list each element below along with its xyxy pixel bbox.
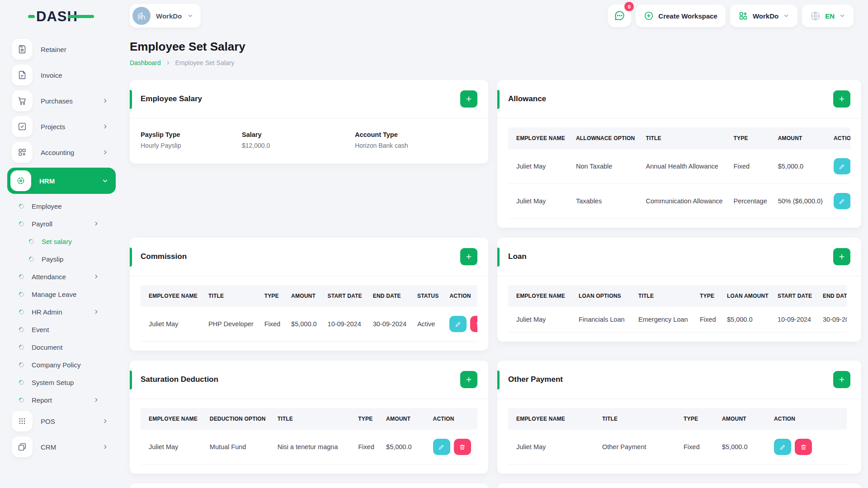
sidebar-item-invoice[interactable]: Invoice [12,65,115,85]
delete-button[interactable] [795,439,812,455]
add-saturation-deduction-button[interactable] [460,371,477,388]
sidebar-item-set-salary[interactable]: Set salary [29,235,109,248]
sidebar-item-payroll[interactable]: Payroll [19,217,109,230]
trash-icon [459,444,466,450]
sidebar-item-purchases[interactable]: Purchases [12,90,115,111]
delete-button[interactable] [470,316,477,332]
sidebar-item-projects[interactable]: Projects [12,116,115,137]
chevron-right-icon [102,444,108,450]
sidebar-item-hr-admin[interactable]: HR Admin [19,305,109,319]
sidebar-item-pos[interactable]: POS [12,411,115,432]
sidebar-item-company-policy[interactable]: Company Policy [19,358,109,371]
bullet-icon [18,396,25,404]
card-employee-salary: Employee Salary Payslip Type Hourly Pays… [130,80,488,164]
chevron-right-icon [102,418,108,424]
chevron-down-icon [187,13,193,19]
employee-salary-fields: Payslip Type Hourly Payslip Salary $12,0… [130,118,488,164]
add-loan-button[interactable] [833,248,850,265]
hrm-icon [10,170,31,191]
main-content: Employee Set Salary Dashboard Employee S… [130,40,861,488]
commission-table: Employee Name Title Type Amount Start Da… [141,285,477,342]
globe-icon [810,11,821,21]
bullet-icon [28,255,35,263]
workspace-switcher[interactable]: WorkDo [130,4,201,28]
invoice-icon [12,65,33,85]
field-payslip-type: Payslip Type Hourly Payslip [141,131,242,149]
card-allowance-header: Allowance [497,80,861,118]
table-header-row: Employee Name Deduction Option Title Typ… [141,408,477,430]
card-overtime: Overtime [130,483,488,488]
chevron-right-icon [93,309,99,315]
language-selector[interactable]: EN [802,5,854,27]
edit-button[interactable] [834,193,850,209]
plus-icon [465,95,472,103]
plus-icon [838,376,845,383]
sidebar-item-attendance[interactable]: Attendance [19,270,109,283]
chevron-right-icon [93,397,99,403]
messages-badge: 0 [624,2,634,11]
sidebar-item-hrm[interactable]: HRM [7,168,116,194]
card-saturation-deduction: Saturation Deduction Employee Name Deduc… [130,361,488,474]
bullet-icon [18,361,25,368]
table-header-row: Employee Name Loan Options Title Type Lo… [508,285,847,307]
card-other-payment: Other Payment Employee Name Title Type A… [497,361,861,474]
pencil-icon [455,321,462,328]
add-other-payment-button[interactable] [833,371,850,388]
card-employee-salary-header: Employee Salary [130,80,488,118]
logo-dash-icon [28,15,35,18]
edit-button[interactable] [433,439,450,455]
card-overtime-header: Overtime [130,483,488,488]
card-saturation-deduction-header: Saturation Deduction [130,361,488,399]
field-salary: Salary $12,000.0 [242,131,355,149]
sidebar-item-retainer[interactable]: Retainer [12,39,115,60]
pencil-icon [839,198,845,205]
field-account-type: Account Type Horizon Bank cash [355,131,477,149]
add-employee-salary-button[interactable] [460,90,477,108]
add-allowance-button[interactable] [833,90,850,108]
table-header-row: Employee Name Title Type Amount Start Da… [141,285,477,307]
grid-plus-icon [738,11,748,21]
sidebar-item-manage-leave[interactable]: Manage Leave [19,287,109,301]
chevron-right-icon [93,221,99,227]
sidebar-item-employee[interactable]: Employee [19,199,109,213]
chat-icon [613,10,625,22]
create-workspace-label: Create Workspace [658,12,717,20]
workspace-name: WorkDo [156,12,182,20]
pencil-icon [779,444,786,450]
loan-table: Employee Name Loan Options Title Type Lo… [508,285,847,333]
allowance-table: Employee Name Allownace Option Title Typ… [508,127,850,219]
sidebar-item-crm[interactable]: CRM [12,436,115,457]
sidebar-item-payslip[interactable]: Payslip [29,252,109,266]
workdo-menu-button[interactable]: WorkDo [730,5,797,27]
table-row: Juliet May PHP Developer Fixed $5,000.0 … [141,307,477,342]
edit-button[interactable] [834,158,850,174]
sidebar-item-event[interactable]: Event [19,323,109,336]
edit-button[interactable] [774,439,791,455]
sidebar-item-report[interactable]: Report [19,393,109,407]
card-company-contribution: Company Contribution [497,483,861,488]
trash-icon [800,444,807,450]
edit-button[interactable] [449,316,467,332]
add-commission-button[interactable] [460,248,477,265]
card-other-payment-header: Other Payment [497,361,861,399]
topbar-actions: 0 Create Workspace WorkDo EN [608,5,854,27]
chevron-right-icon [93,273,99,280]
delete-button[interactable] [454,439,471,455]
cart-icon [12,90,33,111]
messages-button[interactable]: 0 [608,5,631,27]
bullet-icon [18,220,25,227]
breadcrumb-dashboard-link[interactable]: Dashboard [130,59,161,66]
chevron-right-icon [102,123,108,130]
trash-icon [476,321,477,328]
card-loan-header: Loan [497,238,861,276]
sidebar-item-accounting[interactable]: Accounting [12,142,115,163]
table-row: Juliet May Non Taxable Annual Health All… [508,149,850,184]
bullet-icon [18,379,25,386]
sidebar-item-system-setup[interactable]: System Setup [19,375,109,389]
create-workspace-button[interactable]: Create Workspace [636,5,726,27]
pos-icon [12,411,33,432]
plus-circle-icon [644,11,654,21]
check-square-icon [12,116,33,137]
sidebar-item-document[interactable]: Document [19,340,109,354]
chevron-down-icon [102,178,108,184]
